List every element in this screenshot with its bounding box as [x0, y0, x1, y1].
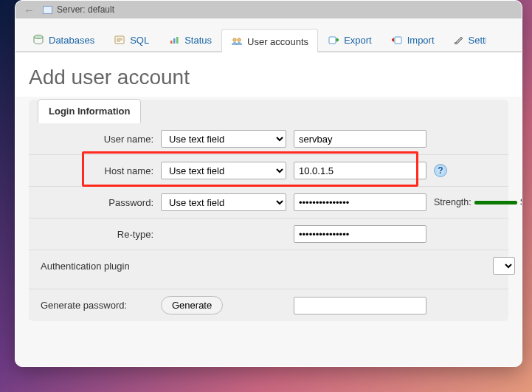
tab-label: SQL — [130, 35, 149, 46]
auth-plugin-label: Authentication plugin — [39, 261, 486, 272]
row-username: User name: Use text field — [29, 123, 508, 155]
server-label: Server: default — [57, 4, 114, 15]
settings-icon — [454, 34, 464, 46]
strength-level: Strong — [520, 197, 522, 207]
page-header: Add user account — [15, 52, 522, 97]
row-password: Password: Use text field Strength: Stron… — [29, 187, 508, 219]
page-title: Add user account — [29, 66, 508, 89]
tab-status[interactable]: Status — [159, 27, 221, 51]
password-strength: Strength: Strong — [434, 197, 522, 207]
retype-input[interactable] — [294, 225, 426, 243]
hostname-label: Host name: — [39, 165, 153, 176]
tab-settings[interactable]: Settings — [444, 27, 487, 51]
hostname-input[interactable] — [294, 162, 426, 179]
generate-label: Generate password: — [39, 300, 153, 311]
tab-sql[interactable]: SQL — [104, 27, 159, 51]
svg-point-5 — [233, 38, 236, 41]
svg-rect-7 — [329, 37, 336, 44]
user-accounts-icon — [231, 35, 243, 47]
generate-button[interactable]: Generate — [161, 296, 223, 314]
retype-label: Re-type: — [39, 229, 153, 240]
strength-label: Strength: — [434, 197, 471, 207]
generated-password-input[interactable] — [294, 297, 426, 314]
username-label: User name: — [39, 134, 153, 145]
svg-rect-3 — [173, 38, 176, 44]
username-input[interactable] — [294, 130, 426, 148]
tab-label: Settings — [469, 35, 487, 46]
password-mode-select[interactable]: Use text field — [161, 193, 286, 211]
svg-rect-8 — [395, 37, 401, 44]
auth-plugin-select[interactable]: Native MySQL authentication — [493, 257, 515, 275]
import-icon — [391, 34, 403, 46]
tab-databases[interactable]: Databases — [23, 27, 104, 51]
tab-export[interactable]: Export — [318, 27, 381, 51]
username-mode-select[interactable]: Use text field — [161, 130, 286, 148]
svg-rect-2 — [170, 41, 173, 44]
login-information-fieldset: Login Information User name: Use text fi… — [29, 100, 508, 321]
help-icon[interactable]: ? — [434, 164, 447, 177]
password-input[interactable] — [294, 193, 426, 211]
export-icon — [328, 34, 339, 46]
server-bar: ← Server: default — [15, 1, 522, 18]
hostname-mode-select[interactable]: Use text field — [161, 162, 286, 179]
tab-user-accounts[interactable]: User accounts — [221, 29, 318, 52]
app-window: ← Server: default Databases SQL Status — [15, 0, 522, 367]
databases-icon — [32, 34, 44, 46]
status-icon — [168, 34, 180, 46]
row-generate: Generate password: Generate — [29, 289, 508, 321]
strength-meter — [474, 201, 517, 204]
top-tabs: Databases SQL Status User accounts Expor… — [15, 18, 522, 52]
svg-rect-4 — [176, 37, 179, 44]
row-auth-plugin: Authentication plugin Native MySQL authe… — [29, 250, 508, 289]
server-icon — [43, 6, 52, 14]
fieldset-legend: Login Information — [38, 99, 141, 123]
tab-label: User accounts — [247, 36, 308, 47]
tab-label: Import — [407, 35, 435, 46]
sql-icon — [114, 34, 125, 46]
tab-label: Databases — [49, 35, 94, 46]
svg-rect-9 — [455, 42, 457, 44]
tab-label: Export — [344, 35, 372, 46]
svg-point-6 — [238, 38, 241, 41]
svg-point-0 — [34, 35, 43, 39]
tab-label: Status — [184, 35, 212, 46]
row-hostname: Host name: Use text field ? — [29, 155, 508, 187]
password-label: Password: — [39, 197, 153, 208]
row-retype: Re-type: — [29, 219, 508, 250]
back-icon[interactable]: ← — [21, 4, 37, 16]
tab-import[interactable]: Import — [381, 27, 444, 51]
